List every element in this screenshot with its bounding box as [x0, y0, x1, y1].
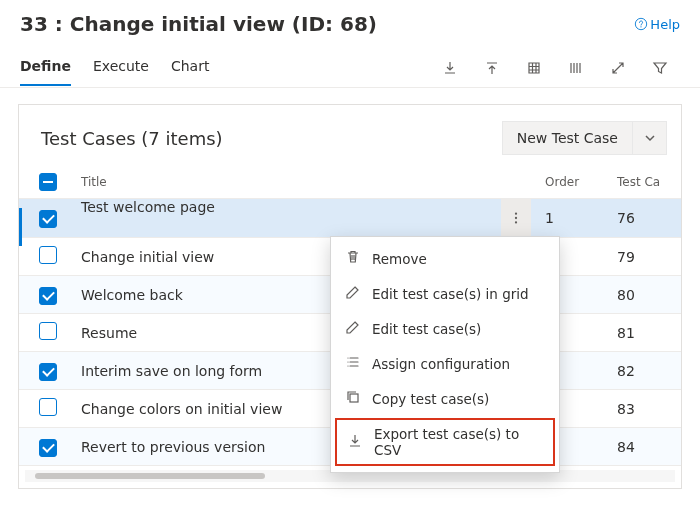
- row-title: Test welcome page: [69, 199, 531, 238]
- menu-item[interactable]: Edit test case(s): [331, 311, 559, 346]
- trash-icon: [345, 249, 361, 268]
- columns-button[interactable]: [556, 50, 596, 86]
- panel-title: Test Cases (7 items): [41, 128, 223, 149]
- menu-item[interactable]: Remove: [331, 241, 559, 276]
- svg-point-2: [515, 212, 517, 214]
- menu-item-label: Edit test case(s): [372, 321, 481, 337]
- download-icon: [347, 433, 363, 452]
- scroll-thumb[interactable]: [35, 473, 265, 479]
- pencil-icon: [345, 284, 361, 303]
- row-testcase: 82: [603, 352, 681, 390]
- row-checkbox[interactable]: [39, 287, 57, 305]
- columns-icon: [568, 60, 584, 76]
- svg-point-4: [515, 221, 517, 223]
- tab-define[interactable]: Define: [20, 50, 71, 86]
- row-order: 1: [531, 199, 603, 238]
- table-row[interactable]: Test welcome page176: [19, 199, 681, 238]
- help-link[interactable]: Help: [634, 17, 680, 32]
- context-menu: RemoveEdit test case(s) in gridEdit test…: [330, 236, 560, 473]
- row-checkbox[interactable]: [39, 363, 57, 381]
- select-all-checkbox[interactable]: [39, 173, 57, 191]
- chevron-down-icon: [644, 132, 656, 144]
- grid-icon: [526, 60, 542, 76]
- pencil-icon: [345, 319, 361, 338]
- menu-item[interactable]: Assign configuration: [331, 346, 559, 381]
- row-checkbox[interactable]: [39, 246, 57, 264]
- list-icon: [345, 354, 361, 373]
- column-title[interactable]: Title: [69, 165, 531, 199]
- upload-icon: [484, 60, 500, 76]
- row-testcase: 81: [603, 314, 681, 352]
- expand-icon: [610, 60, 626, 76]
- row-testcase: 83: [603, 390, 681, 428]
- row-menu-icon[interactable]: [501, 199, 531, 237]
- row-testcase: 80: [603, 276, 681, 314]
- row-checkbox[interactable]: [39, 210, 57, 228]
- row-testcase: 76: [603, 199, 681, 238]
- import-button[interactable]: [430, 50, 470, 86]
- column-order[interactable]: Order: [531, 165, 603, 199]
- menu-item[interactable]: Export test case(s) to CSV: [335, 418, 555, 466]
- menu-item-label: Edit test case(s) in grid: [372, 286, 529, 302]
- menu-item-label: Export test case(s) to CSV: [374, 426, 543, 458]
- row-testcase: 79: [603, 238, 681, 276]
- menu-item[interactable]: Copy test case(s): [331, 381, 559, 416]
- menu-item-label: Assign configuration: [372, 356, 510, 372]
- new-test-case-button[interactable]: New Test Case: [502, 121, 633, 155]
- row-checkbox[interactable]: [39, 398, 57, 416]
- help-label: Help: [650, 17, 680, 32]
- menu-item-label: Copy test case(s): [372, 391, 489, 407]
- column-test-case[interactable]: Test Ca: [603, 165, 681, 199]
- page-title: 33 : Change initial view (ID: 68): [20, 12, 377, 36]
- help-icon: [634, 17, 648, 31]
- tab-chart[interactable]: Chart: [171, 50, 209, 85]
- tab-execute[interactable]: Execute: [93, 50, 149, 85]
- copy-icon: [345, 389, 361, 408]
- svg-point-3: [515, 217, 517, 219]
- svg-rect-5: [350, 394, 358, 402]
- row-checkbox[interactable]: [39, 322, 57, 340]
- filter-icon: [652, 60, 668, 76]
- row-testcase: 84: [603, 428, 681, 466]
- export-button[interactable]: [472, 50, 512, 86]
- grid-button[interactable]: [514, 50, 554, 86]
- svg-point-1: [641, 26, 642, 27]
- new-test-case-dropdown[interactable]: [633, 121, 667, 155]
- download-icon: [442, 60, 458, 76]
- expand-button[interactable]: [598, 50, 638, 86]
- menu-item[interactable]: Edit test case(s) in grid: [331, 276, 559, 311]
- row-checkbox[interactable]: [39, 439, 57, 457]
- menu-item-label: Remove: [372, 251, 427, 267]
- filter-button[interactable]: [640, 50, 680, 86]
